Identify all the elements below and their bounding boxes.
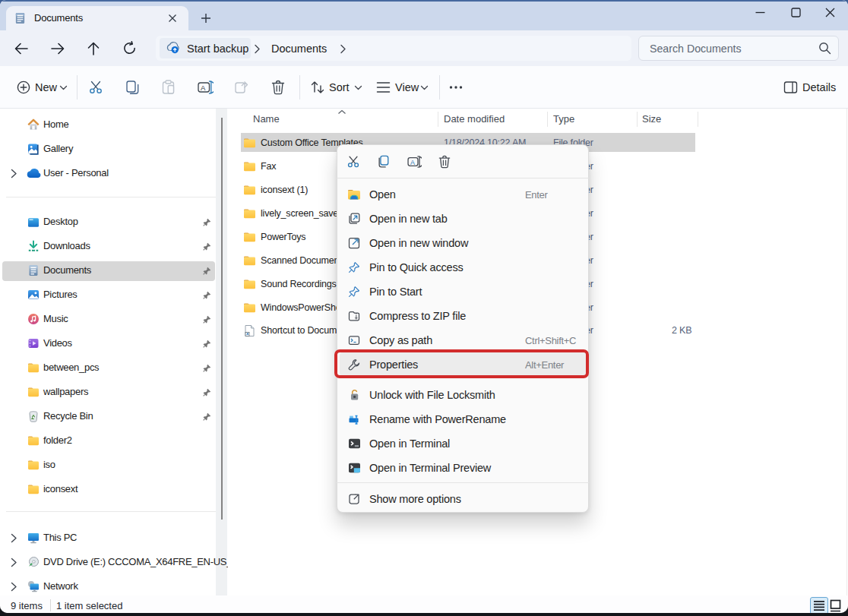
svg-text:A: A	[410, 159, 415, 166]
svg-text:A: A	[201, 84, 206, 92]
